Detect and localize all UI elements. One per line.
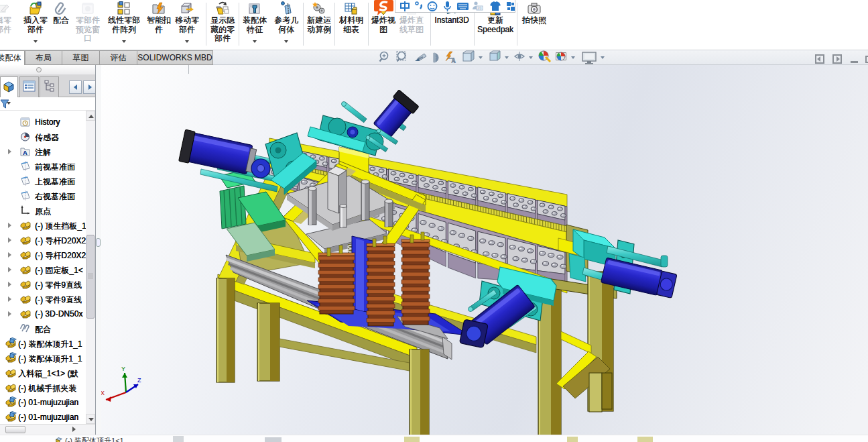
svg-text:20: 20 [477,6,482,10]
svg-text:A: A [23,150,27,156]
svg-text:Y: Y [121,366,125,372]
svg-text:A: A [451,57,456,64]
svg-text:Z: Z [137,377,141,384]
